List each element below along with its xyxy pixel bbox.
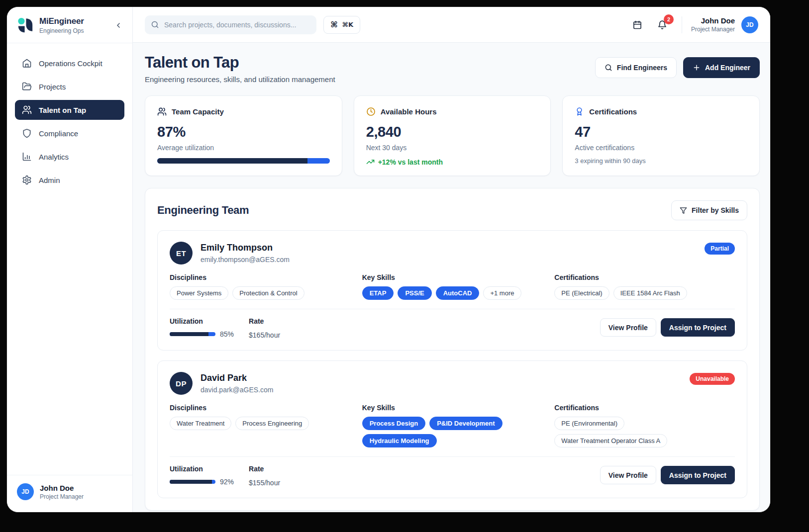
clock-icon <box>366 107 376 116</box>
certification-chips: PE (Electrical)IEEE 1584 Arc Flash <box>554 286 735 300</box>
topbar-user-name: John Doe <box>691 16 735 25</box>
key-skills-label: Key Skills <box>362 404 543 412</box>
engineering-team-panel: Engineering Team Filter by Skills ET <box>145 188 760 511</box>
assign-to-project-button[interactable]: Assign to Project <box>661 466 735 484</box>
panel-title: Engineering Team <box>157 204 249 217</box>
engineer-name: Emily Thompson <box>201 243 290 253</box>
discipline-chip: Power Systems <box>170 286 228 300</box>
topbar: ⌘ ⌘K 2 John Doe Project <box>133 7 770 43</box>
sidebar-item-compliance[interactable]: Compliance <box>15 123 124 143</box>
utilization-label: Utilization <box>170 317 234 325</box>
stat-card-certifications: Certifications 47 Active certifications … <box>562 95 760 176</box>
rate-label: Rate <box>249 465 280 473</box>
stats-row: Team Capacity 87% Average utilization <box>145 95 760 176</box>
disciplines-label: Disciplines <box>170 273 350 281</box>
status-badge: Unavailable <box>690 373 735 385</box>
capacity-progress-fill <box>157 158 307 164</box>
discipline-chip: Protection & Control <box>232 286 304 300</box>
certifications-label: Certifications <box>554 404 735 412</box>
sidebar-user[interactable]: JD John Doe Project Manager <box>7 475 132 512</box>
avatar[interactable]: JD <box>741 16 758 33</box>
notification-badge: 2 <box>664 14 674 24</box>
calendar-button[interactable] <box>629 16 646 33</box>
disciplines-label: Disciplines <box>170 404 350 412</box>
stat-title: Team Capacity <box>172 107 224 116</box>
sidebar-item-analytics[interactable]: Analytics <box>15 147 124 167</box>
skill-chip: Process Design <box>362 417 426 430</box>
find-engineers-button[interactable]: Find Engineers <box>595 57 677 78</box>
notifications-button[interactable]: 2 <box>654 16 671 33</box>
page-title: Talent on Tap <box>145 54 335 72</box>
add-engineer-label: Add Engineer <box>705 64 750 72</box>
stat-caption: Average utilization <box>157 144 330 152</box>
sidebar-item-label: Compliance <box>39 129 78 138</box>
sidebar-item-projects[interactable]: Projects <box>15 77 124 96</box>
search-input[interactable] <box>164 21 310 29</box>
filter-by-skills-label: Filter by Skills <box>692 206 739 214</box>
certification-chip: Water Treatment Operator Class A <box>554 434 667 447</box>
rate-value: $165/hour <box>249 331 280 339</box>
disciplines-chips: Water TreatmentProcess Engineering <box>170 417 350 430</box>
stat-trend-label: +12% vs last month <box>378 158 443 166</box>
add-engineer-button[interactable]: Add Engineer <box>683 57 760 78</box>
stat-value: 2,840 <box>366 124 539 140</box>
engineer-card: DP David Park david.park@aGES.com Unavai… <box>157 360 747 498</box>
find-engineers-label: Find Engineers <box>617 64 667 72</box>
app-logo-icon <box>17 17 34 34</box>
stat-title: Available Hours <box>381 107 437 116</box>
page-content: Talent on Tap Engineering resources, ski… <box>133 43 770 512</box>
certification-chip: IEEE 1584 Arc Flash <box>613 286 687 300</box>
sidebar-user-role: Project Manager <box>40 493 84 500</box>
skill-chip: AutoCAD <box>436 286 480 300</box>
utilization-fill <box>170 480 212 484</box>
search-icon <box>605 64 612 72</box>
search-shortcut-badge[interactable]: ⌘ ⌘K <box>323 16 360 34</box>
status-badge: Partial <box>705 243 735 255</box>
sidebar-nav: Operations Cockpit Projects Talent on Ta… <box>7 43 132 475</box>
certification-chips: PE (Environmental)Water Treatment Operat… <box>554 417 735 447</box>
app-window: MiEngineer Engineering Ops Operations Co… <box>7 7 770 512</box>
assign-to-project-button[interactable]: Assign to Project <box>661 318 735 337</box>
more-skills-chip[interactable]: +1 more <box>483 286 521 300</box>
utilization-value: 92% <box>220 478 234 486</box>
skill-chip: ETAP <box>362 286 394 300</box>
engineer-email: emily.thompson@aGES.com <box>201 256 290 264</box>
sidebar: MiEngineer Engineering Ops Operations Co… <box>7 7 133 512</box>
stat-caption: Active certifications <box>575 144 747 152</box>
users-icon <box>157 107 167 116</box>
discipline-chip: Process Engineering <box>235 417 309 430</box>
global-search[interactable] <box>145 15 316 34</box>
engineer-card: ET Emily Thompson emily.thompson@aGES.co… <box>157 230 747 351</box>
stat-title: Certifications <box>589 107 637 116</box>
stat-caption: Next 30 days <box>366 144 539 152</box>
avatar: ET <box>170 242 193 265</box>
calendar-icon <box>632 20 642 30</box>
certification-chip: PE (Environmental) <box>554 417 624 430</box>
engineer-email: david.park@aGES.com <box>201 386 274 394</box>
skill-chip: Hydraulic Modeling <box>362 434 437 447</box>
view-profile-button[interactable]: View Profile <box>600 318 656 337</box>
engineer-name: David Park <box>201 373 274 383</box>
rate-label: Rate <box>249 317 280 325</box>
award-icon <box>575 107 584 116</box>
disciplines-chips: Power SystemsProtection & Control <box>170 286 350 300</box>
stat-card-available-hours: Available Hours 2,840 Next 30 days +12% … <box>354 95 551 176</box>
main-area: ⌘ ⌘K 2 John Doe Project <box>133 7 770 512</box>
page-subtitle: Engineering resources, skills, and utili… <box>145 75 335 84</box>
topbar-divider <box>682 16 682 33</box>
sidebar-collapse-button[interactable] <box>112 19 124 31</box>
utilization-bar <box>170 332 215 336</box>
shield-icon <box>22 128 32 138</box>
view-profile-button[interactable]: View Profile <box>600 466 656 484</box>
home-icon <box>22 58 32 68</box>
app-name: MiEngineer <box>39 16 107 26</box>
sidebar-item-operations-cockpit[interactable]: Operations Cockpit <box>15 53 124 73</box>
sidebar-item-admin[interactable]: Admin <box>15 170 124 190</box>
filter-by-skills-button[interactable]: Filter by Skills <box>671 200 747 220</box>
key-skills-label: Key Skills <box>362 273 543 281</box>
bar-chart-icon <box>22 152 32 162</box>
sidebar-item-talent-on-tap[interactable]: Talent on Tap <box>15 100 124 120</box>
avatar: DP <box>170 372 193 395</box>
certifications-label: Certifications <box>554 273 735 281</box>
avatar: JD <box>17 483 34 500</box>
